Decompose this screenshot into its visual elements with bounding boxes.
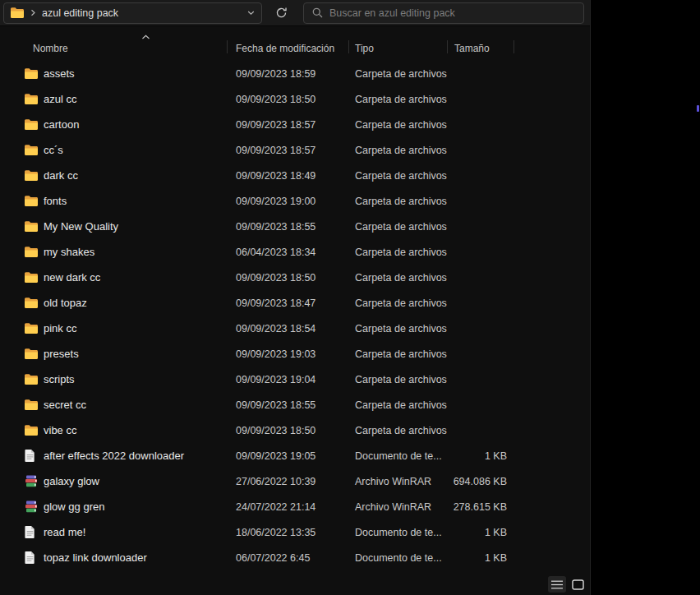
file-name-cell: secret cc <box>18 399 228 411</box>
chevron-down-icon[interactable] <box>247 10 255 16</box>
file-row[interactable]: my shakes06/04/2023 18:34Carpeta de arch… <box>18 239 590 265</box>
file-size: 694.086 KB <box>448 476 514 487</box>
file-name: presets <box>44 348 79 360</box>
file-type: Carpeta de archivos <box>349 272 448 284</box>
folder-icon <box>25 399 39 410</box>
address-bar[interactable]: azul editing pack <box>3 2 262 24</box>
file-row[interactable]: cartoon09/09/2023 18:57Carpeta de archiv… <box>18 112 590 137</box>
file-name: glow gg gren <box>44 500 104 513</box>
explorer-toolbar: azul editing pack <box>0 0 590 26</box>
file-name-cell: azul cc <box>18 93 228 105</box>
file-type: Carpeta de archivos <box>349 348 448 360</box>
file-name-cell: my shakes <box>18 246 228 258</box>
folder-icon <box>25 298 39 308</box>
column-header-size[interactable]: Tamaño <box>448 36 514 58</box>
file-type: Carpeta de archivos <box>349 68 448 80</box>
column-header-type[interactable]: Tipo <box>349 36 448 58</box>
file-name-cell: dark cc <box>18 169 228 182</box>
details-view-button[interactable] <box>548 576 566 593</box>
file-name-cell: pink cc <box>18 322 228 334</box>
folder-icon <box>25 196 39 206</box>
screen-artifact-dot <box>697 105 699 112</box>
file-name: azul cc <box>44 93 76 105</box>
file-size: 1 KB <box>448 552 514 564</box>
folder-icon <box>25 247 39 257</box>
file-row[interactable]: after effects 2022 downloader09/09/2023 … <box>18 443 590 468</box>
file-row[interactable]: new dark cc09/09/2023 18:50Carpeta de ar… <box>18 265 590 290</box>
file-name-cell: new dark cc <box>18 271 228 284</box>
file-date: 09/09/2023 19:03 <box>228 348 349 360</box>
chevron-right-icon <box>30 9 36 16</box>
folder-icon <box>25 425 39 436</box>
file-type: Carpeta de archivos <box>349 94 448 105</box>
file-date: 09/09/2023 18:50 <box>228 425 349 436</box>
file-row[interactable]: fonts09/09/2023 19:00Carpeta de archivos <box>18 188 590 214</box>
folder-icon <box>25 323 39 334</box>
file-row[interactable]: presets09/09/2023 19:03Carpeta de archiv… <box>18 341 590 367</box>
file-date: 09/09/2023 18:55 <box>228 221 349 233</box>
breadcrumb[interactable]: azul editing pack <box>42 7 118 19</box>
folder-icon <box>25 170 39 181</box>
file-size: 278.615 KB <box>448 501 514 513</box>
file-name: cc´s <box>44 144 63 156</box>
search-input[interactable] <box>329 7 575 19</box>
file-date: 09/09/2023 18:49 <box>228 170 349 182</box>
file-row[interactable]: pink cc09/09/2023 18:54Carpeta de archiv… <box>18 316 590 341</box>
folder-icon <box>25 145 39 155</box>
file-row[interactable]: secret cc09/09/2023 18:55Carpeta de arch… <box>18 392 590 417</box>
file-date: 09/09/2023 18:57 <box>228 145 349 156</box>
file-size: 1 KB <box>448 527 514 538</box>
winrar-archive-icon <box>25 475 39 487</box>
file-explorer-window: azul editing pack Nombre <box>0 0 591 595</box>
file-row[interactable]: cc´s09/09/2023 18:57Carpeta de archivos <box>18 137 590 163</box>
file-type: Archivo WinRAR <box>349 501 448 513</box>
file-type: Carpeta de archivos <box>349 399 448 411</box>
file-list: assets09/09/2023 18:59Carpeta de archivo… <box>0 61 590 570</box>
file-row[interactable]: glow gg gren24/07/2022 21:14Archivo WinR… <box>18 494 590 519</box>
search-box[interactable] <box>303 2 584 24</box>
file-date: 09/09/2023 18:54 <box>228 323 349 334</box>
file-name: galaxy glow <box>44 475 99 487</box>
refresh-button[interactable] <box>270 2 292 24</box>
file-row[interactable]: topaz link downloader06/07/2022 6:45Docu… <box>18 545 590 570</box>
text-document-icon <box>25 551 39 564</box>
file-row[interactable]: old topaz09/09/2023 18:47Carpeta de arch… <box>18 290 590 316</box>
file-name-cell: read me! <box>18 526 228 538</box>
file-type: Carpeta de archivos <box>349 298 448 309</box>
status-bar <box>0 574 590 595</box>
file-name-cell: glow gg gren <box>18 500 228 513</box>
column-header-date[interactable]: Fecha de modificación <box>228 36 349 58</box>
file-row[interactable]: My New Quality09/09/2023 18:55Carpeta de… <box>18 214 590 239</box>
file-date: 09/09/2023 18:55 <box>228 399 349 411</box>
large-icons-view-button[interactable] <box>569 576 587 593</box>
file-type: Carpeta de archivos <box>349 374 448 385</box>
screen: azul editing pack Nombre <box>0 0 700 595</box>
file-date: 06/04/2023 18:34 <box>228 247 349 258</box>
file-row[interactable]: assets09/09/2023 18:59Carpeta de archivo… <box>18 61 590 86</box>
file-row[interactable]: read me!18/06/2022 13:35Documento de te.… <box>18 519 590 545</box>
folder-icon <box>25 221 39 232</box>
file-name: secret cc <box>44 399 86 411</box>
file-date: 09/09/2023 18:50 <box>228 272 349 284</box>
folder-icon <box>25 94 39 104</box>
file-name-cell: galaxy glow <box>18 475 228 487</box>
file-name-cell: My New Quality <box>18 220 228 233</box>
file-name-cell: vibe cc <box>18 424 228 436</box>
file-row[interactable]: dark cc09/09/2023 18:49Carpeta de archiv… <box>18 163 590 188</box>
file-name: after effects 2022 downloader <box>44 450 184 462</box>
file-row[interactable]: azul cc09/09/2023 18:50Carpeta de archiv… <box>18 86 590 112</box>
file-name: my shakes <box>44 246 94 258</box>
column-header-name[interactable]: Nombre <box>18 36 228 58</box>
file-name-cell: assets <box>18 67 228 80</box>
file-type: Carpeta de archivos <box>349 145 448 156</box>
file-name-cell: cartoon <box>18 118 228 131</box>
file-row[interactable]: galaxy glow27/06/2022 10:39Archivo WinRA… <box>18 468 590 494</box>
file-date: 09/09/2023 19:05 <box>228 450 349 462</box>
file-row[interactable]: scripts09/09/2023 19:04Carpeta de archiv… <box>18 367 590 392</box>
file-name-cell: topaz link downloader <box>18 551 228 564</box>
folder-icon <box>11 7 24 18</box>
file-date: 09/09/2023 19:00 <box>228 196 349 207</box>
file-row[interactable]: vibe cc09/09/2023 18:50Carpeta de archiv… <box>18 417 590 443</box>
column-header-type-label: Tipo <box>355 43 374 54</box>
file-date: 09/09/2023 18:57 <box>228 119 349 131</box>
